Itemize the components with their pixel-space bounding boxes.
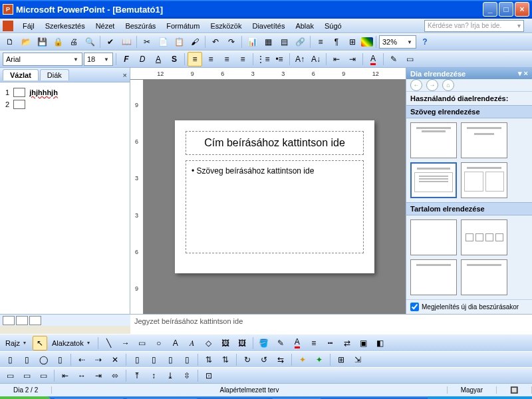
- wordart-button[interactable]: 𝐴: [185, 336, 200, 350]
- tool-btn[interactable]: ▯: [180, 352, 194, 367]
- line-style-button[interactable]: ≡: [307, 336, 321, 350]
- layout-title-only[interactable]: [410, 122, 457, 158]
- textbox-button[interactable]: A: [168, 336, 183, 350]
- underline-button[interactable]: A: [151, 52, 166, 66]
- app-menu-icon[interactable]: [3, 21, 13, 31]
- diagram-button[interactable]: ◇: [201, 336, 216, 350]
- show-on-insert-checkbox[interactable]: [410, 303, 419, 311]
- layout-title-blank[interactable]: [410, 259, 457, 295]
- slide-design-button[interactable]: ✎: [386, 52, 401, 66]
- new-button[interactable]: 🗋: [3, 35, 17, 49]
- bold-button[interactable]: F: [119, 52, 134, 66]
- tool-btn[interactable]: ▯: [53, 352, 67, 367]
- rectangle-button[interactable]: ▭: [135, 336, 150, 350]
- menu-view[interactable]: Nézet: [90, 21, 120, 31]
- shadow-style-button[interactable]: ▣: [356, 336, 371, 350]
- zoom-combo[interactable]: 32% ▼: [379, 35, 416, 49]
- start-button[interactable]: ⊞Start: [0, 396, 51, 399]
- arrow-button[interactable]: →: [118, 336, 133, 350]
- expand-all-button[interactable]: ≡: [313, 35, 328, 49]
- close-button[interactable]: ×: [515, 2, 529, 17]
- tool-btn[interactable]: ⇅: [201, 352, 216, 367]
- tool-btn[interactable]: ⇳: [180, 368, 194, 383]
- tab-slides[interactable]: Diák: [40, 69, 69, 80]
- outline-close-button[interactable]: ×: [123, 71, 127, 79]
- slideshow-view-button[interactable]: [29, 316, 41, 325]
- align-left-button[interactable]: ≡: [188, 52, 202, 66]
- layout-title-two-content[interactable]: [461, 162, 507, 198]
- select-objects-button[interactable]: ↖: [33, 336, 47, 350]
- numbering-button[interactable]: ⋮≡: [256, 52, 271, 66]
- tool-btn[interactable]: ⇅: [218, 352, 233, 367]
- taskpane-back-button[interactable]: ←: [410, 79, 422, 91]
- copy-button[interactable]: 📄: [156, 35, 170, 49]
- menu-edit[interactable]: Szerkesztés: [40, 21, 90, 31]
- arrow-style-button[interactable]: ⇄: [340, 336, 354, 350]
- menu-insert[interactable]: Beszúrás: [120, 21, 161, 31]
- fill-color-button[interactable]: 🪣: [257, 336, 271, 350]
- tool-btn[interactable]: ✦: [295, 352, 310, 367]
- tool-btn[interactable]: ⇢: [91, 352, 106, 367]
- format-painter-button[interactable]: 🖌: [188, 35, 202, 49]
- print-preview-button[interactable]: 🔍: [82, 35, 97, 49]
- undo-button[interactable]: ↶: [208, 35, 223, 49]
- menu-format[interactable]: Formátum: [161, 21, 205, 31]
- sorter-view-button[interactable]: [16, 316, 28, 325]
- oval-button[interactable]: ○: [152, 336, 166, 350]
- outline-item-1[interactable]: 1 jhjhhhjh: [4, 86, 126, 98]
- menu-file[interactable]: Fájl: [17, 21, 40, 31]
- tool-btn[interactable]: ⇥: [91, 368, 106, 383]
- font-size-combo[interactable]: 18 ▼: [84, 53, 113, 66]
- slide[interactable]: Cím beírásához kattintson ide • Szöveg b…: [175, 120, 374, 273]
- help-question-input[interactable]: Kérdése van? Írja be ide. ▾: [424, 20, 524, 32]
- taskpane-close-icon[interactable]: ×: [524, 69, 528, 77]
- redo-button[interactable]: ↷: [224, 35, 239, 49]
- tool-btn[interactable]: ↕: [146, 368, 161, 383]
- tab-outline[interactable]: Vázlat: [3, 69, 39, 80]
- slide-title-placeholder[interactable]: Cím beírásához kattintson ide: [186, 131, 364, 155]
- tool-btn[interactable]: ✦: [312, 352, 327, 367]
- paste-button[interactable]: 📋: [172, 35, 186, 49]
- menu-slideshow[interactable]: Diavetítés: [247, 21, 290, 31]
- tool-btn[interactable]: ⇤: [58, 368, 72, 383]
- align-justify-button[interactable]: ≡: [235, 52, 250, 66]
- align-center-button[interactable]: ≡: [203, 52, 218, 66]
- decrease-indent-button[interactable]: ⇤: [329, 52, 344, 66]
- tool-btn[interactable]: ⇆: [273, 352, 288, 367]
- taskpane-dropdown-icon[interactable]: ▾: [518, 69, 522, 77]
- menu-tools[interactable]: Eszközök: [205, 21, 247, 31]
- tool-btn[interactable]: ⬄: [108, 368, 122, 383]
- draw-menu[interactable]: Rajz▾: [3, 336, 31, 350]
- save-button[interactable]: 💾: [35, 35, 49, 49]
- taskpane-home-button[interactable]: ⌂: [442, 79, 454, 91]
- tool-btn[interactable]: ⇲: [350, 352, 365, 367]
- layout-blank[interactable]: [410, 219, 457, 255]
- clipart-button[interactable]: 🖼: [218, 336, 233, 350]
- tool-btn[interactable]: ⤒: [130, 368, 144, 383]
- layout-title-subtitle[interactable]: [461, 122, 507, 158]
- tool-btn[interactable]: ✕: [108, 352, 122, 367]
- font-color-button-2[interactable]: A: [290, 336, 305, 350]
- tool-btn[interactable]: ▯: [130, 352, 144, 367]
- picture-button[interactable]: 🖼: [235, 336, 249, 350]
- new-slide-button[interactable]: ▭: [402, 52, 417, 66]
- increase-indent-button[interactable]: ⇥: [345, 52, 360, 66]
- insert-hyperlink-button[interactable]: 🔗: [293, 35, 307, 49]
- notes-pane[interactable]: Jegyzet beírásához kattintson ide: [130, 314, 532, 334]
- tool-btn[interactable]: ⇠: [74, 352, 89, 367]
- open-button[interactable]: 📂: [19, 35, 33, 49]
- show-formatting-button[interactable]: ¶: [329, 35, 344, 49]
- layout-title-content[interactable]: [410, 162, 457, 198]
- tool-btn[interactable]: ↔: [74, 368, 89, 383]
- line-button[interactable]: ╲: [102, 336, 116, 350]
- tool-btn[interactable]: ▯: [19, 352, 34, 367]
- taskpane-show-on-insert[interactable]: Megjelenítés új dia beszúrásakor: [406, 299, 532, 314]
- print-button[interactable]: 🖨: [66, 35, 81, 49]
- tool-btn[interactable]: ⊞: [334, 352, 348, 367]
- autoshapes-menu[interactable]: Alakzatok▾: [49, 336, 94, 350]
- tool-btn[interactable]: ▭: [19, 368, 34, 383]
- menu-help[interactable]: Súgó: [319, 21, 347, 31]
- tables-borders-button[interactable]: ▤: [277, 35, 291, 49]
- font-color-button[interactable]: A: [366, 52, 380, 66]
- insert-table-button[interactable]: ▦: [261, 35, 275, 49]
